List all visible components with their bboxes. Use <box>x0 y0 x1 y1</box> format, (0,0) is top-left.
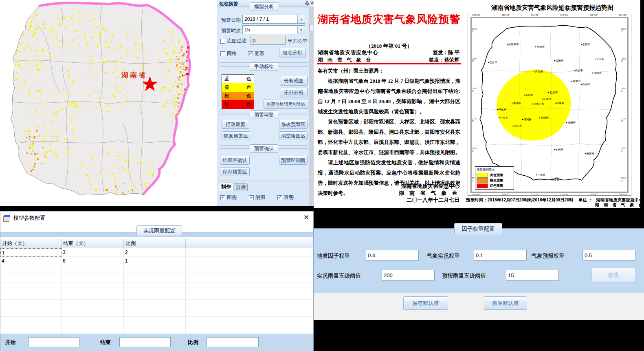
clear-draw-area-button[interactable]: 清空绘图区 <box>279 131 308 140</box>
table-cell[interactable] <box>124 265 186 274</box>
table-cell[interactable] <box>124 300 186 308</box>
table-cell[interactable] <box>0 308 62 317</box>
legend-checkbox[interactable]: ✔图例 <box>220 194 237 201</box>
table-cell[interactable] <box>124 291 186 300</box>
table-cell[interactable] <box>186 283 313 291</box>
modify-warning-area-button[interactable]: 修改预警区 <box>279 120 308 129</box>
color-listbox[interactable]: 蓝色黄色橙色红色 <box>222 74 254 110</box>
restore-warning-area-button[interactable]: 恢复预警区 <box>222 131 250 140</box>
table-cell[interactable]: 6 <box>62 257 124 265</box>
forecast-weight-input[interactable]: 0.5 <box>582 250 635 260</box>
table-cell[interactable] <box>62 325 124 334</box>
table-cell[interactable] <box>62 291 124 300</box>
tab-make[interactable]: 制作 <box>219 183 233 191</box>
table-cell[interactable]: 4 <box>0 257 62 265</box>
scrollbar-thumb[interactable] <box>309 24 313 31</box>
table-row[interactable] <box>0 274 313 283</box>
table-cell[interactable] <box>186 257 313 265</box>
admin-clip-button[interactable]: 行政裁剪 <box>222 120 249 129</box>
table-cell[interactable] <box>124 308 186 317</box>
table-row[interactable]: 461 <box>0 257 313 265</box>
table-row[interactable] <box>0 317 313 325</box>
table-cell[interactable] <box>186 248 313 257</box>
table-cell[interactable] <box>0 300 62 308</box>
pin-icon[interactable] <box>305 1 309 6</box>
table-cell[interactable] <box>0 274 62 283</box>
tab-analysis[interactable]: 分析 <box>234 183 248 191</box>
color-item[interactable]: 红色 <box>222 100 254 109</box>
warning-date-combobox[interactable]: 2018 / 7 / 1 ▼ <box>242 15 305 24</box>
restore-defaults-button[interactable]: 恢复默认值 <box>484 296 527 310</box>
column-header[interactable]: 开始（天） <box>0 239 62 248</box>
warning-document[interactable]: 湖南省地质灾害气象风险预警 （2018 年第 01 号） 湖南省地质灾害应急中心… <box>314 0 464 208</box>
table-row[interactable] <box>0 283 313 291</box>
rain-config-table[interactable]: 开始（天）结束（天）比例132461 <box>0 239 313 334</box>
column-header[interactable] <box>186 239 313 248</box>
ratio-input[interactable] <box>207 337 259 347</box>
factor-weight-tab[interactable]: 因子权重配置 <box>454 223 502 235</box>
basemap-filter-checkbox[interactable]: 底图过滤 <box>220 38 246 44</box>
geology-weight-input[interactable]: 0.4 <box>366 250 419 260</box>
table-cell[interactable]: 1 <box>0 248 62 257</box>
table-cell[interactable] <box>124 283 186 291</box>
grid-checkbox[interactable]: 网格 <box>220 50 237 57</box>
table-cell[interactable] <box>0 283 62 291</box>
shortterm-analyze-button[interactable]: 短临分析 <box>279 48 306 57</box>
table-cell[interactable] <box>186 300 313 308</box>
chevron-down-icon[interactable]: ▼ <box>297 26 305 34</box>
table-cell[interactable] <box>62 300 124 308</box>
table-cell[interactable] <box>186 317 313 325</box>
table-cell[interactable] <box>186 308 313 317</box>
table-cell[interactable] <box>62 283 124 291</box>
table-cell[interactable] <box>186 265 313 274</box>
analysis-to-map-button[interactable]: 分析成图 <box>280 76 308 86</box>
table-cell[interactable] <box>62 308 124 317</box>
column-header[interactable]: 比例 <box>124 239 186 248</box>
table-cell[interactable] <box>0 265 62 274</box>
end-input[interactable] <box>119 337 171 347</box>
document-scrollbar[interactable] <box>309 7 314 208</box>
table-cell[interactable]: 1 <box>124 257 186 265</box>
save-defaults-button[interactable]: 保存默认值 <box>403 296 448 310</box>
table-cell[interactable] <box>186 325 313 334</box>
obs-weight-input[interactable]: 0.1 <box>474 250 527 260</box>
column-header[interactable]: 结束（天） <box>62 239 124 248</box>
table-cell[interactable] <box>0 317 62 325</box>
dialog-titlebar[interactable]: 模型参数配置 ✕ <box>0 212 313 224</box>
warning-refresh-button[interactable]: 预警区刷新 <box>279 156 308 165</box>
color-item[interactable]: 蓝色 <box>222 75 254 83</box>
rain-obs-threshold-input[interactable]: 200 <box>382 270 435 280</box>
table-cell[interactable]: 3 <box>62 248 124 257</box>
table-header[interactable]: 开始（天）结束（天）比例 <box>0 239 313 248</box>
add-result-button[interactable]: 添加分析结果到绘区 <box>264 99 308 109</box>
table-row[interactable] <box>0 291 313 300</box>
table-cell[interactable] <box>0 325 62 334</box>
table-cell[interactable] <box>0 291 62 300</box>
save-warning-area-button[interactable]: 保存预警区 <box>220 167 250 176</box>
filter-area-input[interactable]: 0 <box>251 36 286 45</box>
modify-button[interactable]: 修改 <box>591 268 635 283</box>
color-item[interactable]: 橙色 <box>222 92 254 100</box>
color-item[interactable]: 黄色 <box>222 83 254 92</box>
start-input[interactable] <box>28 337 79 347</box>
warning-time-combobox[interactable]: 15 ▼ <box>242 25 305 34</box>
table-cell[interactable]: 2 <box>124 248 186 257</box>
table-cell[interactable] <box>124 274 186 283</box>
close-icon[interactable]: ✕ <box>302 213 311 222</box>
table-row[interactable] <box>0 300 313 308</box>
table-cell[interactable] <box>62 317 124 325</box>
shape-checkbox[interactable]: ✔图形 <box>248 50 264 57</box>
table-cell[interactable] <box>62 265 124 274</box>
table-cell[interactable] <box>62 274 124 283</box>
topology-analysis-button[interactable]: 拓扑分析 <box>280 88 308 97</box>
rain-forecast-threshold-input[interactable]: 15 <box>506 270 559 280</box>
gis-map-canvas[interactable]: 湖南省 <box>0 0 217 206</box>
table-row[interactable] <box>0 308 313 317</box>
table-cell[interactable] <box>124 325 186 334</box>
table-row[interactable]: 132 <box>0 248 313 257</box>
draw-confirm-button[interactable]: 绘图区确认 <box>220 156 250 165</box>
attach-map-checkbox[interactable]: ✔附图 <box>249 194 265 201</box>
chevron-down-icon[interactable]: ▼ <box>297 15 305 23</box>
rain-config-tab[interactable]: 实况雨量配置 <box>136 225 182 236</box>
table-cell[interactable] <box>124 317 186 325</box>
